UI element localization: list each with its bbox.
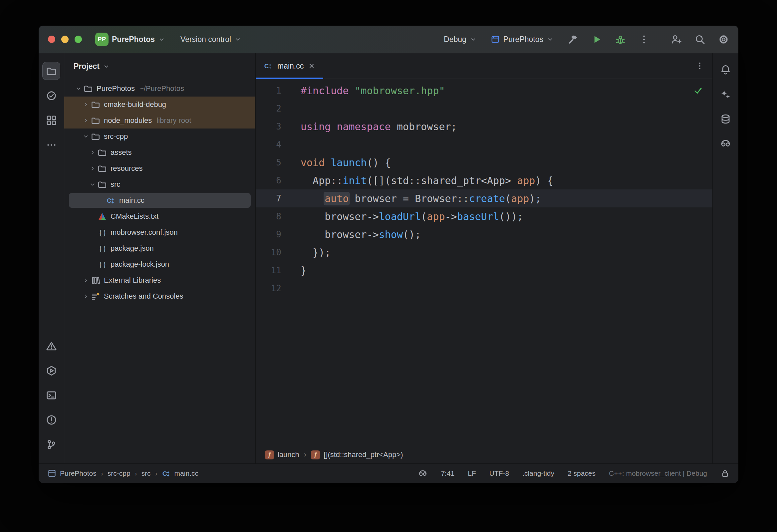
tree-item-External Libraries[interactable]: External Libraries <box>64 272 255 288</box>
chevron-right-icon[interactable] <box>81 113 91 128</box>
chevron-right-icon[interactable] <box>81 288 91 304</box>
tree-item-src-cpp[interactable]: src-cpp <box>64 128 255 144</box>
tool-copilot-button[interactable] <box>717 134 735 152</box>
tool-services-button[interactable] <box>42 361 60 380</box>
code-line-8[interactable]: 8 browser->loadUrl(app->baseUrl()); <box>256 207 712 225</box>
tool-more-button[interactable] <box>42 136 60 154</box>
status-widget[interactable]: LF <box>468 469 476 477</box>
library-icon <box>91 276 100 285</box>
status-path-main.cc[interactable]: Cmain.cc <box>162 469 198 478</box>
run-mode-selector[interactable]: Debug <box>444 35 477 44</box>
project-selector[interactable]: PP PurePhotos <box>95 33 165 46</box>
tool-problems-triangle-button[interactable] <box>42 337 60 355</box>
chevron-right-icon[interactable] <box>81 97 91 113</box>
chevron-down-icon[interactable] <box>74 81 84 97</box>
tool-problems-button[interactable] <box>42 411 60 429</box>
tree-item-CMakeLists.txt[interactable]: CMakeLists.txt <box>64 208 255 224</box>
code-line-3[interactable]: 3using namespace mobrowser; <box>256 117 712 135</box>
terminal-icon <box>46 390 57 401</box>
status-widget[interactable]: 7:41 <box>441 469 454 477</box>
tree-item-src[interactable]: src <box>64 177 255 192</box>
tool-project-button[interactable] <box>42 62 60 80</box>
tree-item-main.cc[interactable]: Cmain.cc <box>64 192 255 208</box>
status-widget[interactable]: .clang-tidy <box>522 469 554 477</box>
chevron-right-icon[interactable] <box>88 161 98 177</box>
search-button[interactable] <box>694 34 705 45</box>
code-line-11[interactable]: 11} <box>256 261 712 279</box>
settings-button[interactable] <box>718 34 729 45</box>
add-user-button[interactable] <box>671 34 682 45</box>
status-widget[interactable]: UTF-8 <box>489 469 509 477</box>
code-editor[interactable]: 1#include "mobrowser.hpp"23using namespa… <box>256 79 712 446</box>
tree-item-package.json[interactable]: {}package.json <box>64 240 255 256</box>
line-number: 5 <box>256 157 301 168</box>
inspections-ok-icon[interactable] <box>693 86 703 96</box>
tool-structure-button[interactable] <box>42 111 60 129</box>
tree-item-assets[interactable]: assets <box>64 144 255 161</box>
close-tab-icon[interactable] <box>308 62 315 70</box>
folder-icon <box>84 84 93 93</box>
breadcrumb-item[interactable]: f[](std::shared_ptr<App>) <box>311 450 403 459</box>
minimize-window-button[interactable] <box>61 36 69 43</box>
code-line-7[interactable]: 7 auto browser = Browser::create(app); <box>256 190 712 207</box>
tab-main-cc[interactable]: C main.cc <box>256 53 323 79</box>
status-path-src[interactable]: src <box>141 469 151 477</box>
editor-breadcrumbs: flaunch›f[](std::shared_ptr<App>) <box>256 446 712 463</box>
tree-item-PurePhotos[interactable]: PurePhotos~/PurePhotos <box>64 81 255 97</box>
status-path-PurePhotos[interactable]: PurePhotos <box>47 469 97 478</box>
chevron-right-icon[interactable] <box>81 272 91 288</box>
code-line-6[interactable]: 6 App::init([](std::shared_ptr<App> app)… <box>256 172 712 190</box>
project-panel-header[interactable]: Project <box>64 53 255 79</box>
module-icon <box>47 469 57 478</box>
run-config-selector[interactable]: PurePhotos <box>491 35 554 44</box>
database-icon <box>720 114 731 124</box>
chevron-right-icon[interactable] <box>88 144 98 161</box>
traffic-lights <box>48 36 82 43</box>
tree-item-label: node_modules <box>104 116 152 125</box>
tree-item-node_modules[interactable]: node_moduleslibrary root <box>64 113 255 128</box>
status-path-src-cpp[interactable]: src-cpp <box>108 469 130 477</box>
lock-icon[interactable] <box>720 469 730 478</box>
problems-icon <box>46 415 57 425</box>
code-line-10[interactable]: 10 }); <box>256 243 712 261</box>
editor-options-icon[interactable] <box>695 61 704 71</box>
status-path-label: src <box>141 469 151 477</box>
breadcrumb-item[interactable]: flaunch <box>265 450 299 459</box>
code-line-9[interactable]: 9 browser->show(); <box>256 225 712 243</box>
build-button[interactable] <box>568 34 579 45</box>
tool-database-button[interactable] <box>717 110 735 128</box>
copilot-status-icon[interactable] <box>418 469 427 478</box>
tool-commit-button[interactable] <box>42 87 60 105</box>
code-line-12[interactable]: 12 <box>256 279 712 297</box>
code-line-1[interactable]: 1#include "mobrowser.hpp" <box>256 82 712 100</box>
tree-item-package-lock.json[interactable]: {}package-lock.json <box>64 256 255 272</box>
tool-terminal-button[interactable] <box>42 386 60 404</box>
chevron-down-icon[interactable] <box>88 177 98 192</box>
tree-item-cmake-build-debug[interactable]: cmake-build-debug <box>64 97 255 113</box>
kebab-button[interactable] <box>639 34 650 45</box>
tree-item-suffix: library root <box>156 116 191 125</box>
code-line-5[interactable]: 5void launch() { <box>256 153 712 172</box>
tool-ai-assistant-button[interactable] <box>717 85 735 103</box>
tool-version-control-button[interactable] <box>42 435 60 453</box>
kebab-icon <box>639 34 650 45</box>
version-control-menu[interactable]: Version control <box>181 35 241 44</box>
tree-item-mobrowser.conf.json[interactable]: {}mobrowser.conf.json <box>64 224 255 240</box>
run-button[interactable] <box>591 34 602 45</box>
tree-item-resources[interactable]: resources <box>64 161 255 177</box>
close-window-button[interactable] <box>48 36 55 43</box>
code-line-2[interactable]: 2 <box>256 100 712 117</box>
line-number: 12 <box>256 283 301 293</box>
status-path-separator: › <box>101 469 103 477</box>
tool-notifications-button[interactable] <box>717 61 735 79</box>
tree-item-label: src-cpp <box>104 132 128 141</box>
status-widget[interactable]: 2 spaces <box>568 469 595 477</box>
line-number: 4 <box>256 139 301 149</box>
chevron-down-icon[interactable] <box>81 128 91 144</box>
tree-item-label: PurePhotos <box>97 84 135 93</box>
zoom-window-button[interactable] <box>75 36 82 43</box>
titlebar-actions <box>568 34 729 45</box>
code-line-4[interactable]: 4 <box>256 135 712 153</box>
debug-button[interactable] <box>615 34 626 45</box>
tree-item-Scratches and Consoles[interactable]: Scratches and Consoles <box>64 288 255 304</box>
